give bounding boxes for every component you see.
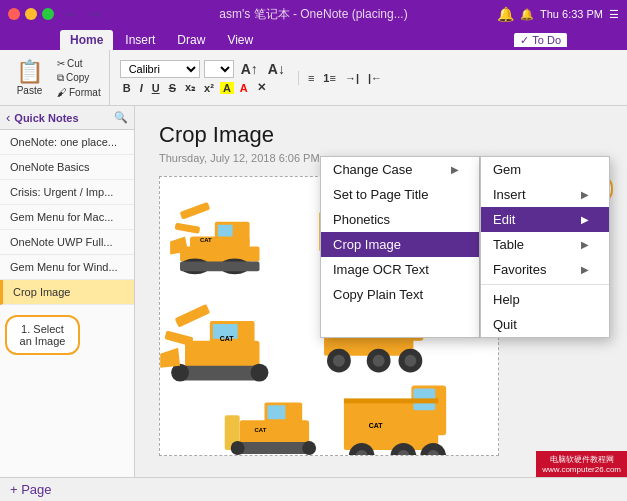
cut-icon: ✂ <box>57 58 65 69</box>
submenu-item-table[interactable]: Table ▶ <box>481 232 609 257</box>
close-button[interactable] <box>8 8 20 20</box>
increase-font-icon[interactable]: A↑ <box>238 60 261 78</box>
add-page-button[interactable]: + Page <box>10 482 52 497</box>
app-title: asm's 笔记本 - OneNote (placing...) <box>219 6 407 23</box>
clear-format-button[interactable]: ✕ <box>254 80 269 95</box>
ribbon-tabs: Home Insert Draw View ✓ To Do <box>0 28 627 50</box>
superscript-button[interactable]: x² <box>201 81 217 95</box>
sidebar-item-crisis[interactable]: Crisis: Urgent / Imp... <box>0 180 134 205</box>
undo-icon[interactable]: ↩ <box>64 6 79 23</box>
bold-button[interactable]: B <box>120 81 134 95</box>
svg-rect-4 <box>180 261 259 271</box>
svg-marker-28 <box>160 348 180 368</box>
tab-draw[interactable]: Draw <box>167 30 215 50</box>
sidebar-search[interactable]: ‹ Quick Notes 🔍 <box>0 106 134 130</box>
svg-rect-6 <box>218 225 233 237</box>
tab-view[interactable]: View <box>217 30 263 50</box>
indent-more-button[interactable]: →| <box>342 71 362 85</box>
svg-point-47 <box>302 441 316 455</box>
format-button[interactable]: 🖌 Format <box>53 86 105 99</box>
decrease-font-icon[interactable]: A↓ <box>265 60 288 78</box>
bottom-bar: + Page <box>0 477 627 501</box>
svg-rect-8 <box>175 223 201 234</box>
menu-item-copy-plain[interactable]: Copy Plain Text <box>321 282 479 307</box>
cut-button[interactable]: ✂ Cut <box>53 57 105 70</box>
indent-less-button[interactable]: |← <box>365 71 385 85</box>
redo-icon[interactable]: ↪ <box>87 6 102 23</box>
submenu-item-edit[interactable]: Edit ▶ <box>481 207 609 232</box>
copy-button[interactable]: ⧉ Copy <box>53 71 105 85</box>
clock-time: Thu 6:33 PM <box>540 8 603 20</box>
submenu-item-help[interactable]: Help <box>481 287 609 312</box>
system-tray: 🔔 🔔 Thu 6:33 PM ☰ <box>489 0 627 28</box>
sidebar: ‹ Quick Notes 🔍 OneNote: one place... On… <box>0 106 135 477</box>
context-menu: Change Case ▶ Set to Page Title Phonetic… <box>320 156 480 338</box>
arrow-icon: ▶ <box>451 164 459 175</box>
submenu-arrow-table: ▶ <box>581 239 589 250</box>
italic-button[interactable]: I <box>137 81 146 95</box>
sidebar-item-gem-mac[interactable]: Gem Menu for Mac... <box>0 205 134 230</box>
font-size-selector[interactable]: 11 <box>204 60 234 78</box>
submenu-arrow-insert: ▶ <box>581 189 589 200</box>
paste-label: Paste <box>17 85 43 96</box>
submenu-item-quit[interactable]: Quit <box>481 312 609 337</box>
website-line2: www.computer26.com <box>542 465 621 474</box>
search-icon[interactable]: 🔍 <box>114 111 128 124</box>
to-do-area: ✓ To Do <box>514 34 567 50</box>
website-line1: 电脑软硬件教程网 <box>542 454 621 465</box>
numbered-list-button[interactable]: 1≡ <box>320 71 339 85</box>
main-wrapper: ‹ Quick Notes 🔍 OneNote: one place... On… <box>0 106 627 477</box>
submenu: Gem Insert ▶ Edit ▶ Table ▶ Favorites ▶ … <box>480 156 610 338</box>
format-icon: 🖌 <box>57 87 67 98</box>
menu-divider <box>481 284 609 285</box>
sidebar-item-onenote-one[interactable]: OneNote: one place... <box>0 130 134 155</box>
menu-item-phonetics[interactable]: Phonetics <box>321 207 479 232</box>
paste-group: 📋 Paste ✂ Cut ⧉ Copy 🖌 Format <box>6 50 110 105</box>
svg-point-23 <box>251 364 269 382</box>
menu-item-crop-image[interactable]: Crop Image <box>321 232 479 257</box>
edit-buttons: ✂ Cut ⧉ Copy 🖌 Format <box>53 57 105 99</box>
onenote-icon: 🔔 <box>497 6 514 22</box>
annotation-bubble-1: 1. Select an Image <box>5 315 80 355</box>
sidebar-item-onenote-basics[interactable]: OneNote Basics <box>0 155 134 180</box>
font-selector[interactable]: Calibri <box>120 60 200 78</box>
minimize-button[interactable] <box>25 8 37 20</box>
subscript-button[interactable]: x₂ <box>182 80 198 95</box>
list-group: ≡ 1≡ →| |← <box>298 71 391 85</box>
underline-button[interactable]: U <box>149 81 163 95</box>
menu-icon[interactable]: ☰ <box>609 8 619 21</box>
sidebar-item-gem-wind[interactable]: Gem Menu for Wind... <box>0 255 134 280</box>
page-title: Crop Image <box>159 122 603 148</box>
tab-home[interactable]: Home <box>60 30 113 50</box>
maximize-button[interactable] <box>42 8 54 20</box>
svg-text:CAT: CAT <box>220 335 235 342</box>
back-icon[interactable]: ‹ <box>6 110 10 125</box>
svg-point-36 <box>373 355 385 367</box>
sidebar-item-crop[interactable]: Crop Image <box>0 280 134 305</box>
submenu-item-insert[interactable]: Insert ▶ <box>481 182 609 207</box>
submenu-arrow-edit: ▶ <box>581 214 589 225</box>
paste-button[interactable]: 📋 Paste <box>10 57 49 98</box>
svg-point-34 <box>333 355 345 367</box>
tab-insert[interactable]: Insert <box>115 30 165 50</box>
strikethrough-button[interactable]: S <box>166 81 179 95</box>
context-menu-wrapper: Change Case ▶ Set to Page Title Phonetic… <box>320 156 610 338</box>
svg-text:CAT: CAT <box>255 427 267 433</box>
highlight-button[interactable]: A <box>220 82 234 94</box>
todo-badge: ✓ To Do <box>514 33 567 47</box>
quick-notes-label: Quick Notes <box>14 112 110 124</box>
submenu-item-favorites[interactable]: Favorites ▶ <box>481 257 609 282</box>
svg-rect-27 <box>164 330 193 346</box>
menu-item-set-to-page[interactable]: Set to Page Title <box>321 182 479 207</box>
submenu-item-gem[interactable]: Gem <box>481 157 609 182</box>
svg-marker-9 <box>170 237 188 255</box>
svg-point-22 <box>171 364 189 382</box>
font-color-button[interactable]: A <box>237 81 251 95</box>
sidebar-item-onenote-uwp[interactable]: OneNote UWP Full... <box>0 230 134 255</box>
toolbar: 📋 Paste ✂ Cut ⧉ Copy 🖌 Format Calibri <box>0 50 627 106</box>
bullet-list-button[interactable]: ≡ <box>305 71 317 85</box>
paste-icon: 📋 <box>16 59 43 85</box>
menu-item-ocr[interactable]: Image OCR Text <box>321 257 479 282</box>
title-bar: ↩ ↪ asm's 笔记本 - OneNote (placing...) 🔔 🔔… <box>0 0 627 28</box>
menu-item-change-case[interactable]: Change Case ▶ <box>321 157 479 182</box>
